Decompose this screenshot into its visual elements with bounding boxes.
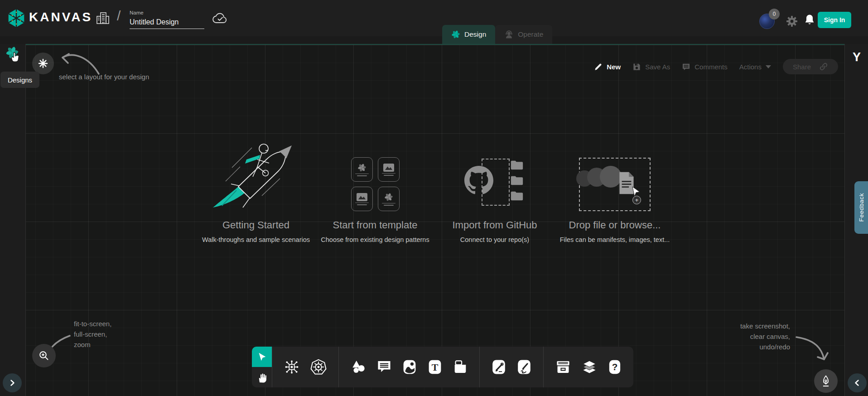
template-thumbnails [351,157,400,211]
sign-in-button[interactable]: Sign In [818,12,851,28]
plus-badge-icon: + [632,196,641,204]
template-thumb-image [378,157,400,182]
select-cursor-icon [256,351,268,363]
tab-design[interactable]: Design [442,25,495,44]
design-name-label: Name [130,10,204,15]
magnifier-plus-icon [38,350,50,362]
pan-tool-button[interactable] [252,367,272,387]
template-thumb-image [351,187,373,211]
shapes-icon [351,360,366,374]
card-import-from-github[interactable]: Import from GitHub Connect to your repo(… [438,149,551,248]
text-icon: T [428,359,442,375]
layout-hint-text: select a layout for your design [59,73,149,81]
template-thumb-design [378,187,400,211]
drawer-icon [555,360,571,374]
sketch-tool[interactable] [517,359,531,375]
pen-nib-icon [820,375,832,387]
organization-building-icon[interactable] [95,10,111,26]
feedback-tab[interactable]: Feedback [854,181,868,234]
github-illustration [464,158,525,211]
canvas-action-bar: New Save As Comments Actions Share [594,59,838,74]
app-header: KANVAS / Name 0 [0,0,868,36]
tab-operate-label: Operate [518,30,543,39]
hand-pointer-cursor-icon [9,51,21,64]
select-tool-button[interactable] [252,347,272,367]
share-label: Share [793,63,811,71]
save-as-label: Save As [645,63,670,71]
canvas-hint-text: take screenshot, clear canvas, undo/redo [740,321,790,352]
floppy-save-icon [632,63,641,71]
github-octocat-icon [464,166,493,195]
help-icon: ? [608,359,622,375]
chevron-right-icon [8,379,16,387]
canvas-grid[interactable] [0,44,868,396]
design-name-input[interactable] [130,17,204,29]
folder-icon [511,159,523,170]
template-thumb-design [351,157,373,182]
chevron-left-icon [853,379,861,387]
comment-icon [377,360,391,374]
help-tool[interactable]: ? [608,359,622,375]
new-label: New [607,63,621,71]
tab-design-label: Design [464,30,486,39]
dropzone-dash-box[interactable]: + [579,158,651,211]
tab-operate[interactable]: Operate [495,25,552,44]
operate-person-icon [504,30,514,39]
comments-button[interactable]: Comments [682,63,728,71]
actions-dropdown[interactable]: Actions [739,63,771,71]
image-tool[interactable] [402,359,417,375]
left-dock [0,44,26,396]
text-tool[interactable]: T [428,359,442,375]
expand-left-panel-button[interactable] [3,373,22,392]
pan-hand-icon [256,372,268,383]
card-title: Start from template [318,219,432,231]
card-start-from-template[interactable]: Start from template Choose from existing… [318,149,432,248]
pencil-new-icon [594,63,603,71]
new-button[interactable]: New [594,63,621,71]
image-icon [402,359,417,375]
note-icon [453,360,468,374]
design-spiral-icon [451,30,460,39]
pen-tool[interactable] [492,359,506,375]
folder-icon [511,190,523,201]
settings-gear-icon[interactable] [786,15,798,27]
card-title: Import from GitHub [438,219,551,231]
share-button[interactable]: Share [783,59,838,74]
note-tool[interactable] [453,360,468,374]
card-subtitle: Files can be manifests, images, text... [556,236,673,243]
component-node-icon [284,359,299,375]
layers-tool[interactable] [582,359,597,375]
select-layout-button[interactable] [32,53,54,74]
annotate-pen-button[interactable] [814,369,838,393]
provider-badge: 0 [769,9,780,19]
card-getting-started[interactable]: Getting Started Walk-throughs and sample… [199,149,313,248]
svg-text:T: T [432,362,439,373]
card-drop-file-or-browse[interactable]: + Drop file or browse... Files can be ma… [556,149,673,248]
shapes-tool[interactable] [351,360,366,374]
actions-label: Actions [739,63,762,71]
design-name-group: Name [130,10,204,29]
save-as-button[interactable]: Save As [632,63,670,71]
card-subtitle: Walk-throughs and sample scenarios [199,236,313,243]
pen-icon [492,359,506,375]
kubernetes-tool[interactable] [310,359,327,375]
app-title: KANVAS [29,10,92,24]
notifications-bell-icon[interactable] [804,14,815,26]
layout-asterisk-icon [38,58,48,69]
card-subtitle: Choose from existing design patterns [318,236,432,243]
sketch-pencil-icon [517,359,531,375]
cloud-sync-icon[interactable] [212,12,228,25]
comment-tool[interactable] [377,360,391,374]
share-link-icon [819,62,828,71]
collapse-right-panel-button[interactable] [848,373,867,392]
zoom-button[interactable] [32,344,56,367]
designs-tooltip: Designs [0,72,39,88]
canvas-bottom-toolbar: T [252,347,633,387]
comments-label: Comments [694,63,728,71]
kanvas-hexagon-logo[interactable] [6,8,26,28]
svg-text:?: ? [612,362,618,372]
component-node-tool[interactable] [284,359,299,375]
layers-icon [582,359,597,375]
drawer-tool[interactable] [555,360,571,374]
caret-down-icon [766,65,771,68]
